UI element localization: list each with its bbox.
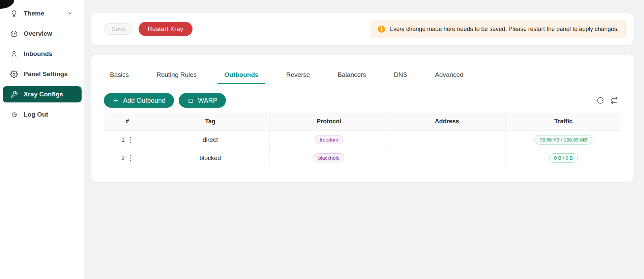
sidebar-item-label: Log Out (24, 111, 48, 118)
cell-tag: direct (151, 131, 270, 149)
tab-advanced[interactable]: Advanced (428, 69, 470, 84)
logout-icon (10, 111, 18, 119)
gear-icon (10, 70, 18, 78)
save-button[interactable]: Save (104, 23, 133, 35)
dashboard-icon (10, 30, 18, 38)
table-row: 1 direct freedom 78.66 KB / 138.69 MB (104, 131, 621, 149)
tab-outbounds[interactable]: Outbounds (217, 69, 265, 84)
table-row: 2 blocked blackhole 0 B / 0 B (104, 149, 621, 167)
sidebar-item-label: Overview (24, 30, 52, 37)
column-header-traffic: Traffic (506, 113, 621, 131)
row-index: 1 (121, 136, 125, 144)
sidebar-item-panel-settings[interactable]: Panel Settings (3, 66, 82, 82)
top-toolbar: Save Restart Xray ! Every change made he… (91, 13, 634, 45)
cell-address (388, 131, 506, 149)
wrench-icon (10, 91, 18, 98)
tab-balancers[interactable]: Balancers (331, 69, 373, 84)
repeat-icon[interactable] (610, 96, 618, 104)
add-outbound-label: Add Outbound (123, 97, 166, 104)
traffic-badge: 78.66 KB / 138.69 MB (534, 135, 592, 145)
xray-configs-panel: Basics Routing Rules Outbounds Reverse B… (91, 55, 634, 182)
sidebar-item-label: Panel Settings (24, 70, 68, 78)
tab-reverse[interactable]: Reverse (280, 69, 317, 84)
tab-dns[interactable]: DNS (387, 69, 414, 84)
alert-text: Every change made here needs to be saved… (389, 26, 619, 33)
cell-address (388, 149, 506, 167)
table-tools (596, 96, 618, 104)
outbounds-table: # Tag Protocol Address Traffic 1 (104, 113, 621, 167)
column-header-tag: Tag (151, 113, 270, 131)
sidebar: Theme Overview Inbounds Panel Settings X… (0, 0, 84, 279)
column-header-protocol: Protocol (270, 113, 388, 131)
sidebar-item-overview[interactable]: Overview (3, 26, 82, 42)
lightbulb-icon (10, 10, 18, 18)
refresh-icon[interactable] (596, 96, 605, 104)
row-actions-menu-icon[interactable] (128, 155, 133, 161)
warp-label: WARP (198, 97, 217, 104)
tab-basics[interactable]: Basics (103, 69, 136, 84)
add-outbound-button[interactable]: Add Outbound (104, 93, 174, 108)
protocol-badge: blackhole (314, 153, 344, 162)
warp-button[interactable]: WARP (179, 93, 226, 108)
user-icon (10, 50, 18, 58)
row-actions-menu-icon[interactable] (128, 136, 133, 143)
unsaved-changes-alert: ! Every change made here needs to be sav… (371, 20, 626, 38)
sidebar-item-theme[interactable]: Theme (3, 5, 82, 22)
restart-xray-button[interactable]: Restart Xray (139, 22, 193, 36)
column-header-index: # (104, 113, 151, 131)
plus-icon (112, 97, 119, 104)
warning-icon: ! (378, 26, 385, 33)
outbounds-action-row: Add Outbound WARP (104, 93, 618, 108)
table-header-row: # Tag Protocol Address Traffic (104, 113, 621, 131)
sidebar-item-log-out[interactable]: Log Out (3, 106, 82, 123)
chevron-down-icon (67, 10, 73, 17)
sidebar-item-label: Xray Configs (24, 91, 63, 98)
traffic-badge: 0 B / 0 B (549, 153, 578, 163)
sidebar-item-label: Inbounds (24, 50, 52, 58)
sidebar-item-inbounds[interactable]: Inbounds (3, 46, 82, 62)
config-tabs: Basics Routing Rules Outbounds Reverse B… (103, 69, 624, 84)
tab-routing-rules[interactable]: Routing Rules (150, 69, 203, 84)
row-index: 2 (121, 154, 125, 162)
cloud-icon (187, 97, 194, 104)
column-header-address: Address (388, 113, 506, 131)
cell-tag: blocked (151, 149, 270, 167)
sidebar-item-xray-configs[interactable]: Xray Configs (3, 86, 82, 102)
protocol-badge: freedom (315, 135, 343, 144)
sidebar-item-label: Theme (24, 10, 44, 17)
